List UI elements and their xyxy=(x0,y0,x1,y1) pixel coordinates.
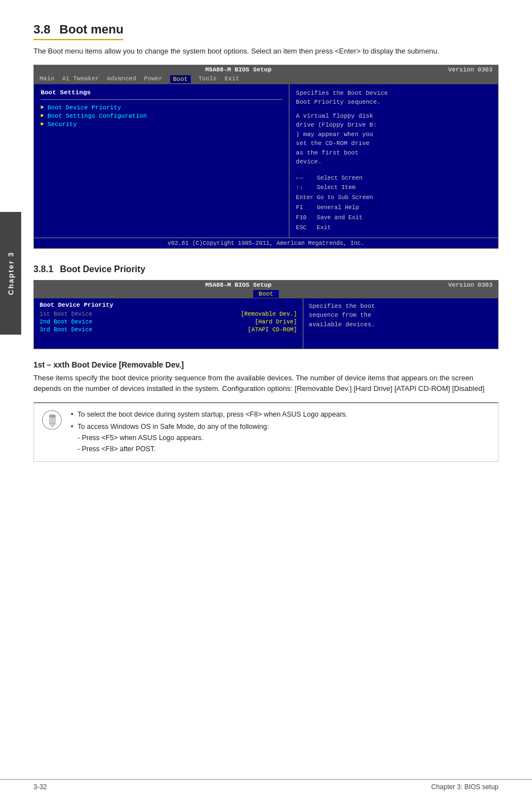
bios2-left: Boot Device Priority 1st Boot Device [Re… xyxy=(34,298,303,349)
bios2-topbar: M5A88-M BIOS Setup Version 0303 xyxy=(34,281,498,289)
bios-main-topbar-title: M5A88-M BIOS Setup xyxy=(34,65,443,74)
note-icon xyxy=(41,409,63,456)
bios2-active-tab: Boot xyxy=(253,290,279,298)
page-footer: 3-32 Chapter 3: BIOS setup xyxy=(0,779,532,791)
note-box: To select the boot device during system … xyxy=(33,402,499,462)
bios2-topbar-version: Version 0303 xyxy=(443,281,498,289)
section-38-title: Boot menu xyxy=(60,22,124,36)
footer-page-number: 3-32 xyxy=(33,783,47,791)
bios2-right-line-3: available devices. xyxy=(309,320,492,330)
svg-marker-3 xyxy=(50,424,55,427)
bios2-right-line-2: sequence from the xyxy=(309,311,492,320)
note-list: To select the boot device during system … xyxy=(71,409,489,455)
bios-menu-tools[interactable]: Tools xyxy=(199,75,217,83)
bios2-topbar-title: M5A88-M BIOS Setup xyxy=(205,282,272,288)
bios-menu-boot[interactable]: Boot xyxy=(170,75,190,83)
key-enter: Enter xyxy=(296,193,317,203)
bios-menu-advanced[interactable]: Advanced xyxy=(107,75,136,83)
key-updown-desc: Select Item xyxy=(317,183,376,193)
bios-right-line-5: ) may appear when you xyxy=(296,130,491,139)
bios-right-line-8: device. xyxy=(296,157,491,167)
bios2-screen: M5A88-M BIOS Setup Version 0303 Boot Boo… xyxy=(33,280,499,349)
bios-main-section-title: Boot Settings xyxy=(41,89,282,96)
note-item-2-sub1: - Press <F5> when ASUS Logo appears. xyxy=(78,432,489,443)
bios-item-security[interactable]: ► Security xyxy=(41,121,282,128)
bios2-row-3[interactable]: 3rd Boot Device [ATAPI CD-ROM] xyxy=(40,326,297,333)
note-item-2-sub2: - Press <F8> after POST. xyxy=(78,443,489,455)
section-381-title: Boot Device Priority xyxy=(60,264,146,274)
bios-main-body: Boot Settings ► Boot Device Priority ► B… xyxy=(34,84,498,238)
bios-main-menubar: Main Ai Tweaker Advanced Power Boot Tool… xyxy=(34,74,498,84)
bios-main-left: Boot Settings ► Boot Device Priority ► B… xyxy=(34,84,289,238)
bios-item-boot-device-priority[interactable]: ► Boot Device Priority xyxy=(41,104,282,111)
bios2-row2-value: [Hard Drive] xyxy=(255,318,297,325)
arrow-icon-2: ► xyxy=(41,113,44,119)
svg-rect-2 xyxy=(50,415,55,417)
bios-main-footer: v02.61 (C)Copyright 1985-2011, American … xyxy=(34,238,498,248)
bios-right-line-3: A virtual floppy disk xyxy=(296,112,491,121)
bios2-body: Boot Device Priority 1st Boot Device [Re… xyxy=(34,298,498,349)
section-38-desc: The Boot menu items allow you to change … xyxy=(33,46,499,57)
sub-section-1st-title: 1st – xxth Boot Device [Removable Dev.] xyxy=(33,360,499,369)
bios2-section-title: Boot Device Priority xyxy=(40,302,297,308)
bios-menu-exit[interactable]: Exit xyxy=(225,75,239,83)
bios2-row2-label: 2nd Boot Device xyxy=(40,318,93,325)
key-enter-desc: Go to Sub Screen xyxy=(317,193,376,203)
bios2-row-2[interactable]: 2nd Boot Device [Hard Drive] xyxy=(40,318,297,325)
bios-main-right: Specifies the Boot Device Boot Priority … xyxy=(289,84,498,238)
bios-main-screen: M5A88-M BIOS Setup Version 0303 Main Ai … xyxy=(33,65,499,249)
bios2-row3-value: [ATAPI CD-ROM] xyxy=(248,326,297,333)
chapter-sidebar: Chapter 3 xyxy=(0,212,21,335)
bios2-row1-label: 1st Boot Device xyxy=(40,311,93,317)
bios-right-line-7: as the first boot xyxy=(296,148,491,158)
key-leftright: ←→ xyxy=(296,173,317,183)
sub-section-1st-desc: These items specify the boot device prio… xyxy=(33,373,499,394)
footer-chapter-label: Chapter 3: BIOS setup xyxy=(431,783,499,791)
section-381-heading: 3.8.1Boot Device Priority xyxy=(33,264,499,274)
key-esc: ESC xyxy=(296,223,317,233)
chapter-label: Chapter 3 xyxy=(7,252,15,295)
bios2-right: Specifies the boot sequence from the ava… xyxy=(303,298,498,349)
page-container: Chapter 3 3.8Boot menu The Boot menu ite… xyxy=(0,0,532,506)
section-38-number: 3.8 xyxy=(33,22,51,36)
key-f1-desc: General Help xyxy=(317,203,376,213)
bios-item-label-3: Security xyxy=(47,121,77,128)
bios-right-line-1: Specifies the Boot Device xyxy=(296,89,491,98)
section-38-heading: 3.8Boot menu xyxy=(33,22,123,40)
bios-menu-main[interactable]: Main xyxy=(40,75,54,83)
bios-right-line-4: drive (Floppy Drive B: xyxy=(296,120,491,130)
section-381-number: 3.8.1 xyxy=(33,264,54,274)
bios-menu-power[interactable]: Power xyxy=(144,75,162,83)
bios-item-boot-settings-config[interactable]: ► Boot Settings Configuration xyxy=(41,113,282,119)
note-content: To select the boot device during system … xyxy=(71,409,489,456)
bios-main-topbar-version: Version 0303 xyxy=(443,65,498,74)
bios2-right-line-1: Specifies the boot xyxy=(309,302,492,311)
bios-item-label-1: Boot Device Priority xyxy=(47,104,121,111)
bios-keybindings: ←→ Select Screen ↑↓ Select Item Enter Go… xyxy=(296,173,491,233)
note-svg-icon xyxy=(42,410,62,430)
key-f10: F10 xyxy=(296,213,317,223)
key-esc-desc: Exit xyxy=(317,223,376,233)
arrow-icon-1: ► xyxy=(41,104,44,110)
note-item-2: To access Windows OS in Safe Mode, do an… xyxy=(71,421,489,455)
key-f10-desc: Save and Exit xyxy=(317,213,376,223)
bios-item-label-2: Boot Settings Configuration xyxy=(47,113,147,119)
bios2-row1-value: [Removable Dev.] xyxy=(241,311,297,317)
bios-right-line-6: set the CD-ROM drive xyxy=(296,139,491,148)
note-item-1: To select the boot device during system … xyxy=(71,409,489,420)
key-updown: ↑↓ xyxy=(296,183,317,193)
bios2-row3-label: 3rd Boot Device xyxy=(40,326,93,333)
bios2-row-1[interactable]: 1st Boot Device [Removable Dev.] xyxy=(40,311,297,317)
arrow-icon-3: ► xyxy=(41,121,44,127)
bios2-activetab-row: Boot xyxy=(34,289,498,298)
bios-menu-aitweaker[interactable]: Ai Tweaker xyxy=(62,75,99,83)
key-f1: F1 xyxy=(296,203,317,213)
bios-right-line-2: Boot Priority sequence. xyxy=(296,98,491,107)
key-leftright-desc: Select Screen xyxy=(317,173,376,183)
